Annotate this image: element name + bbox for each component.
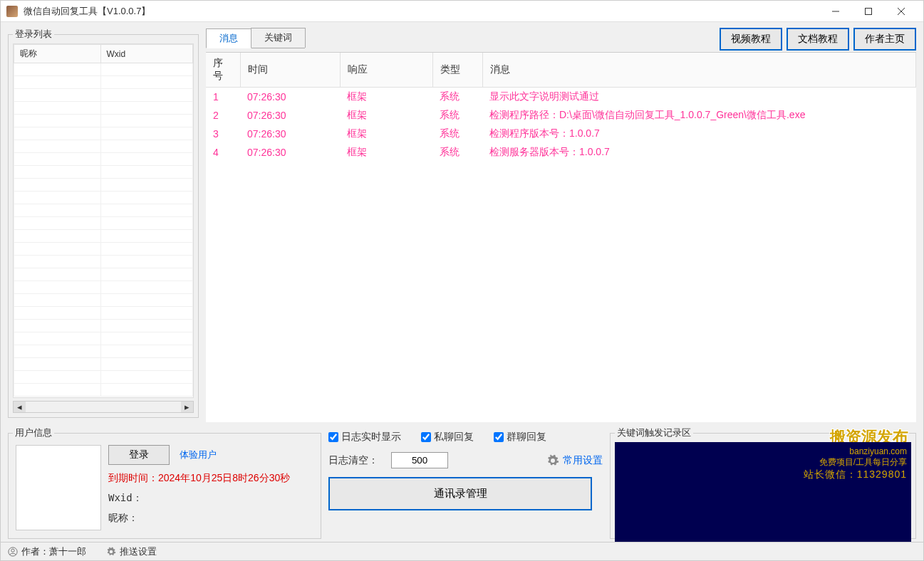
table-row[interactable] bbox=[14, 268, 193, 281]
table-row[interactable] bbox=[14, 243, 193, 256]
app-icon bbox=[6, 6, 18, 17]
table-row[interactable] bbox=[14, 307, 193, 320]
author-homepage-button[interactable]: 作者主页 bbox=[853, 28, 916, 51]
gear-icon bbox=[106, 547, 116, 557]
table-row[interactable]: 207:26:30框架系统检测程序路径：D:\桌面\微信自动回复工具_1.0.0… bbox=[206, 106, 916, 125]
table-row[interactable]: 407:26:30框架系统检测服务器版本号：1.0.0.7 bbox=[206, 143, 916, 162]
common-settings-link[interactable]: 常用设置 bbox=[546, 454, 603, 467]
message-table[interactable]: 序号时间响应类型消息 107:26:30框架系统显示此文字说明测试通过207:2… bbox=[206, 52, 916, 422]
status-push-settings[interactable]: 推送设置 bbox=[106, 545, 157, 558]
table-row[interactable] bbox=[14, 115, 193, 127]
login-list-title: 登录列表 bbox=[13, 28, 54, 41]
login-table[interactable]: 昵称 Wxid bbox=[13, 43, 194, 398]
table-row[interactable] bbox=[14, 371, 193, 384]
login-list-panel: 登录列表 昵称 Wxid ◂ ▸ bbox=[8, 28, 199, 418]
keyword-log-panel: 关键词触发记录区 搬资源发布 banziyuan.com 免费项目/工具每日分享… bbox=[610, 426, 916, 539]
window-title: 微信自动回复工具【V1.0.0.7】 bbox=[24, 5, 819, 18]
settings-panel: 日志实时显示 私聊回复 群聊回复 日志清空： 常用设置 通讯录管理 bbox=[328, 426, 603, 539]
user-info-panel: 用户信息 登录 体验用户 到期时间：2024年10月25日8时26分30秒 Wx… bbox=[8, 426, 321, 539]
table-row[interactable] bbox=[14, 89, 193, 102]
close-button[interactable] bbox=[885, 1, 918, 22]
video-tutorial-button[interactable]: 视频教程 bbox=[720, 28, 782, 51]
doc-tutorial-button[interactable]: 文档教程 bbox=[787, 28, 849, 51]
table-row[interactable] bbox=[14, 76, 193, 89]
table-row[interactable] bbox=[14, 192, 193, 204]
table-row[interactable] bbox=[14, 153, 193, 166]
table-row[interactable] bbox=[14, 345, 193, 358]
msg-col-0[interactable]: 序号 bbox=[206, 53, 240, 88]
keyword-log-title: 关键词触发记录区 bbox=[615, 426, 693, 439]
table-row[interactable] bbox=[14, 281, 193, 294]
contact-manage-button[interactable]: 通讯录管理 bbox=[328, 477, 592, 510]
expire-time: 到期时间：2024年10月25日8时26分30秒 bbox=[108, 472, 313, 485]
table-row[interactable] bbox=[14, 63, 193, 76]
log-clear-input[interactable] bbox=[391, 452, 448, 468]
log-clear-label: 日志清空： bbox=[328, 454, 378, 467]
svg-point-5 bbox=[11, 549, 14, 552]
nickname-label: 昵称： bbox=[108, 512, 313, 525]
avatar bbox=[16, 445, 101, 530]
svg-rect-1 bbox=[866, 8, 872, 14]
table-row[interactable] bbox=[14, 294, 193, 307]
table-row[interactable] bbox=[14, 217, 193, 230]
maximize-button[interactable] bbox=[852, 1, 885, 22]
minimize-button[interactable] bbox=[819, 1, 852, 22]
table-row[interactable] bbox=[14, 127, 193, 140]
scroll-left-icon[interactable]: ◂ bbox=[14, 402, 26, 412]
tab-keywords[interactable]: 关键词 bbox=[251, 28, 306, 48]
person-icon bbox=[8, 547, 18, 557]
user-info-title: 用户信息 bbox=[13, 426, 54, 439]
group-reply-checkbox[interactable]: 群聊回复 bbox=[494, 431, 546, 444]
table-row[interactable] bbox=[14, 358, 193, 371]
horizontal-scrollbar[interactable]: ◂ ▸ bbox=[13, 401, 194, 413]
msg-col-4[interactable]: 消息 bbox=[482, 53, 916, 88]
table-row[interactable] bbox=[14, 140, 193, 153]
table-row[interactable] bbox=[14, 384, 193, 397]
app-window: 微信自动回复工具【V1.0.0.7】 登录列表 昵称 Wxid bbox=[0, 0, 924, 561]
tab-messages[interactable]: 消息 bbox=[206, 28, 251, 48]
watermark-contact: 站长微信：11329801 bbox=[619, 468, 907, 481]
msg-col-3[interactable]: 类型 bbox=[432, 53, 482, 88]
msg-col-1[interactable]: 时间 bbox=[240, 53, 340, 88]
tab-bar: 消息 关键词 bbox=[206, 28, 305, 48]
table-row[interactable] bbox=[14, 204, 193, 217]
table-row[interactable]: 107:26:30框架系统显示此文字说明测试通过 bbox=[206, 88, 916, 107]
realtime-log-checkbox[interactable]: 日志实时显示 bbox=[328, 431, 401, 444]
table-row[interactable] bbox=[14, 320, 193, 332]
table-row[interactable]: 307:26:30框架系统检测程序版本号：1.0.0.7 bbox=[206, 125, 916, 143]
table-row[interactable] bbox=[14, 102, 193, 115]
titlebar: 微信自动回复工具【V1.0.0.7】 bbox=[1, 1, 923, 22]
trial-user-link[interactable]: 体验用户 bbox=[180, 449, 217, 461]
private-reply-checkbox[interactable]: 私聊回复 bbox=[421, 431, 474, 444]
table-row[interactable] bbox=[14, 179, 193, 192]
table-row[interactable] bbox=[14, 332, 193, 345]
watermark-domain: banziyuan.com bbox=[619, 446, 907, 456]
watermark-sub: 免费项目/工具每日分享 bbox=[619, 456, 907, 468]
statusbar: 作者：萧十一郎 推送设置 bbox=[1, 542, 923, 560]
table-row[interactable] bbox=[14, 256, 193, 268]
msg-col-2[interactable]: 响应 bbox=[340, 53, 432, 88]
col-wxid[interactable]: Wxid bbox=[100, 45, 192, 63]
gear-icon bbox=[546, 454, 559, 467]
scroll-right-icon[interactable]: ▸ bbox=[181, 402, 193, 412]
status-author[interactable]: 作者：萧十一郎 bbox=[8, 545, 86, 558]
table-row[interactable] bbox=[14, 230, 193, 243]
table-row[interactable] bbox=[14, 166, 193, 179]
keyword-log-body[interactable]: banziyuan.com 免费项目/工具每日分享 站长微信：11329801 bbox=[615, 442, 911, 542]
wxid-label: Wxid： bbox=[108, 492, 313, 505]
col-nickname[interactable]: 昵称 bbox=[14, 45, 101, 63]
login-button[interactable]: 登录 bbox=[108, 445, 170, 465]
